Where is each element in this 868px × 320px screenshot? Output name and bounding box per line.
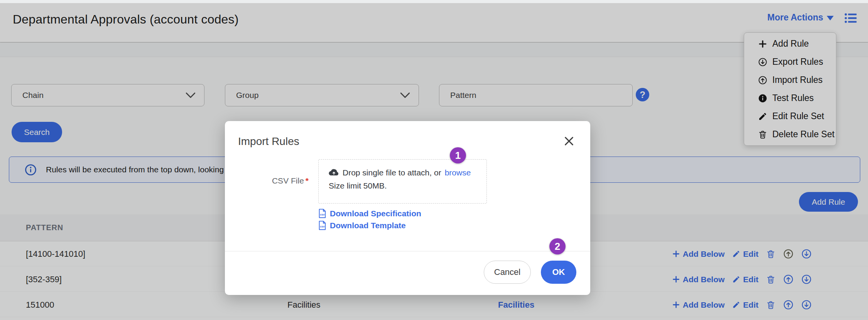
csv-file-label-text: CSV File [272, 176, 304, 185]
size-limit-text: Size limit 50MB. [329, 179, 486, 192]
modal-title: Import Rules [238, 135, 299, 148]
browse-link[interactable]: browse [445, 166, 471, 179]
close-icon[interactable] [563, 135, 575, 147]
csv-file-label: CSV File* [225, 176, 309, 185]
modal-footer-divider [225, 251, 590, 251]
step-1-badge: 1 [450, 147, 466, 163]
dropzone-text: Drop single file to attach, or [343, 166, 441, 179]
required-marker: * [306, 176, 309, 185]
cancel-button[interactable]: Cancel [484, 261, 531, 284]
dropzone-line1: Drop single file to attach, or browse [329, 166, 486, 179]
csv-file-icon [318, 221, 326, 230]
cloud-upload-icon [329, 168, 339, 177]
step-2-badge: 2 [549, 238, 566, 254]
download-links: Download Specification Download Template [318, 207, 421, 231]
app-window: Departmental Approvals (account codes) M… [0, 0, 868, 320]
window-top-edge [0, 0, 868, 3]
ok-button[interactable]: OK [541, 261, 576, 284]
file-dropzone[interactable]: Drop single file to attach, or browse Si… [318, 159, 487, 204]
download-template-label: Download Template [330, 221, 406, 230]
download-specification-link[interactable]: Download Specification [318, 207, 421, 219]
import-rules-modal: Import Rules CSV File* Drop single file … [225, 121, 590, 295]
csv-file-icon [318, 209, 326, 218]
download-specification-label: Download Specification [330, 209, 421, 218]
download-template-link[interactable]: Download Template [318, 219, 421, 231]
